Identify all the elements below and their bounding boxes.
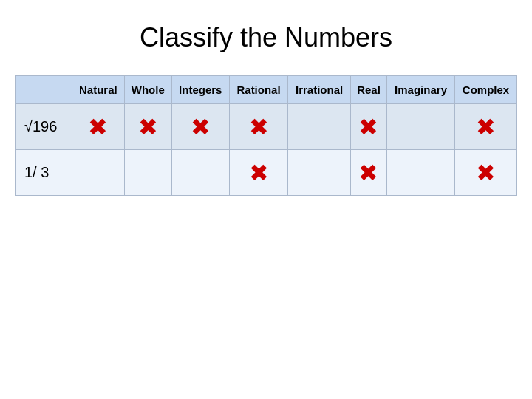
sqrt-expression: √196 [24, 118, 57, 134]
x-mark-icon: ✖ [249, 161, 269, 185]
table-row: 1/ 3✖✖✖ [16, 150, 517, 196]
table-cell [288, 104, 351, 150]
table-cell: ✖ [455, 104, 517, 150]
table-cell: ✖ [455, 150, 517, 196]
table-cell [387, 150, 455, 196]
col-header-integers: Integers [171, 76, 229, 104]
table-cell: ✖ [229, 104, 287, 150]
col-header-irrational: Irrational [288, 76, 351, 104]
col-header-real: Real [350, 76, 386, 104]
table-wrapper: Natural Whole Integers Rational Irration… [15, 75, 517, 196]
classification-table: Natural Whole Integers Rational Irration… [15, 75, 517, 196]
col-header-row-label [16, 76, 72, 104]
x-mark-icon: ✖ [191, 115, 211, 139]
x-mark-icon: ✖ [358, 115, 378, 139]
row-label: 1/ 3 [16, 150, 72, 196]
x-mark-icon: ✖ [249, 115, 269, 139]
col-header-complex: Complex [455, 76, 517, 104]
fraction-expression: 1/ 3 [24, 164, 49, 180]
table-cell [387, 104, 455, 150]
col-header-natural: Natural [72, 76, 124, 104]
x-mark-icon: ✖ [138, 115, 158, 139]
table-cell [124, 150, 171, 196]
col-header-whole: Whole [124, 76, 171, 104]
header-row: Natural Whole Integers Rational Irration… [16, 76, 517, 104]
x-mark-icon: ✖ [476, 115, 496, 139]
table-row: √196✖✖✖✖✖✖ [16, 104, 517, 150]
table-cell [171, 150, 229, 196]
table-cell [72, 150, 124, 196]
table-cell [288, 150, 351, 196]
col-header-imaginary: Imaginary [387, 76, 455, 104]
table-cell: ✖ [350, 150, 386, 196]
x-mark-icon: ✖ [358, 161, 378, 185]
table-cell: ✖ [229, 150, 287, 196]
col-header-rational: Rational [229, 76, 287, 104]
table-cell: ✖ [124, 104, 171, 150]
row-label: √196 [16, 104, 72, 150]
page: Classify the Numbers Natural Whole Integ… [0, 0, 532, 399]
x-mark-icon: ✖ [88, 115, 108, 139]
page-title: Classify the Numbers [140, 22, 392, 53]
table-cell: ✖ [171, 104, 229, 150]
table-cell: ✖ [350, 104, 386, 150]
x-mark-icon: ✖ [476, 161, 496, 185]
table-cell: ✖ [72, 104, 124, 150]
